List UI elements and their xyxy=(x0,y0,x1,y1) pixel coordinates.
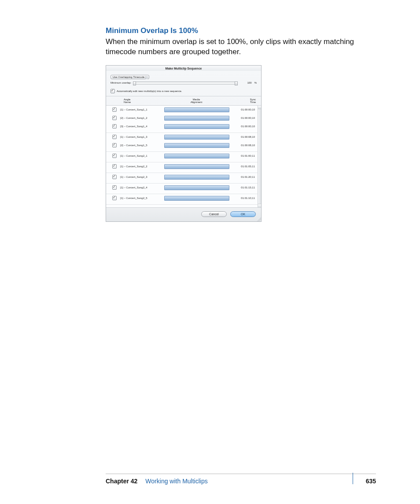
angle-name: [2] – Concert_Song1_2 xyxy=(120,117,161,119)
sync-time: 01:01:15;11 xyxy=(233,186,255,189)
row-checkbox[interactable] xyxy=(112,116,117,120)
sync-time: 01:01:10;11 xyxy=(233,197,255,199)
clip-group: [1] – Concert_Song2_401:01:15;11 xyxy=(106,184,261,194)
media-alignment-bar xyxy=(164,107,229,112)
row-checkbox[interactable] xyxy=(112,154,117,158)
page-footer: Chapter 42 Working with Multiclips 635 xyxy=(106,474,376,485)
table-row[interactable]: [1] – Concert_Song1_301:00:08;10 xyxy=(106,133,261,141)
angle-name: [2] – Concert_Song1_5 xyxy=(120,144,161,147)
row-checkbox[interactable] xyxy=(112,135,117,139)
angle-name: [1] – Concert_Song2_3 xyxy=(120,176,161,178)
overlap-value[interactable]: 100 xyxy=(239,81,253,84)
angle-name: [1] – Concert_Song1_3 xyxy=(120,136,161,138)
media-alignment-bar xyxy=(164,154,229,158)
footer-divider xyxy=(353,473,353,484)
table-row[interactable]: [1] – Concert_Song2_301:01:20;11 xyxy=(106,173,261,181)
angle-name: [1] – Concert_Song2_5 xyxy=(120,197,161,199)
sync-time: 01:01:00;11 xyxy=(233,155,255,157)
table-row[interactable]: [1] – Concert_Song2_401:01:15;11 xyxy=(106,184,261,192)
list-header: Angle Name Media Alignment Sync Time xyxy=(106,96,261,105)
col-sync-l2: Time xyxy=(234,101,256,103)
table-row[interactable]: [1] – Concert_Song2_501:01:10;11 xyxy=(106,194,261,202)
overlap-label: Minimum overlap: xyxy=(111,81,131,84)
page-number: 635 xyxy=(366,478,376,485)
angle-name: [1] – Concert_Song2_2 xyxy=(120,165,161,168)
sync-time: 01:01:20;11 xyxy=(233,176,255,178)
row-checkbox[interactable] xyxy=(112,143,117,147)
sync-time: 01:00:00;10 xyxy=(233,108,255,111)
media-alignment-bar xyxy=(164,185,229,190)
chapter-label: Chapter 42 xyxy=(106,478,137,485)
clip-group: [1] – Concert_Song2_301:01:20;11 xyxy=(106,173,261,184)
auto-edit-checkbox[interactable] xyxy=(111,89,115,93)
angle-name: [1] – Concert_Song1_1 xyxy=(120,108,161,111)
table-row[interactable]: [1] – Concert_Song2_201:01:05;11 xyxy=(106,162,261,171)
clip-group: [1] – Concert_Song2_101:01:00;11 xyxy=(106,152,261,162)
auto-edit-label: Automatically edit new multiclip(s) into… xyxy=(117,90,182,92)
col-angle-l2: Name xyxy=(124,101,172,103)
resize-grip-icon[interactable] xyxy=(257,217,261,221)
clip-group: [1] – Concert_Song2_201:01:05;11 xyxy=(106,162,261,173)
media-alignment-bar xyxy=(164,124,229,129)
sync-time: 01:00:00;10 xyxy=(233,125,255,128)
ok-button[interactable]: OK xyxy=(230,211,256,217)
angle-name: [1] – Concert_Song2_4 xyxy=(120,186,161,189)
row-checkbox[interactable] xyxy=(112,185,117,190)
sync-time: 01:01:05;11 xyxy=(233,165,255,168)
clip-list[interactable]: [1] – Concert_Song1_101:00:00;10[2] – Co… xyxy=(106,105,261,208)
chapter-title: Working with Multiclips xyxy=(145,478,207,485)
dialog-button-bar: Cancel OK xyxy=(106,208,261,221)
media-alignment-bar xyxy=(164,135,229,140)
sync-mode-popup[interactable]: Use Overlapping Timecode xyxy=(111,75,149,79)
media-alignment-bar xyxy=(164,164,229,169)
media-alignment-bar xyxy=(164,175,229,180)
table-row[interactable]: [1] – Concert_Song1_101:00:00;10 xyxy=(106,106,261,114)
dialog-title: Make Multiclip Sequence xyxy=(106,66,261,71)
angle-name: [3] – Concert_Song1_4 xyxy=(120,125,161,128)
sync-time: 01:00:08;10 xyxy=(233,136,255,138)
angle-name: [1] – Concert_Song2_1 xyxy=(120,155,161,157)
row-checkbox[interactable] xyxy=(112,124,117,129)
table-row[interactable]: [2] – Concert_Song1_501:00:08;10 xyxy=(106,141,261,150)
vertical-scrollbar[interactable] xyxy=(258,106,261,207)
cancel-button[interactable]: Cancel xyxy=(201,211,227,217)
clip-group: [1] – Concert_Song2_501:01:10;11 xyxy=(106,194,261,205)
media-alignment-bar xyxy=(164,196,229,201)
make-multiclip-dialog: Make Multiclip Sequence Use Overlapping … xyxy=(106,65,262,222)
row-checkbox[interactable] xyxy=(112,164,117,169)
section-heading: Minimum Overlap Is 100% xyxy=(106,26,376,35)
row-checkbox[interactable] xyxy=(112,107,117,112)
col-media-l2: Alignment xyxy=(172,101,221,103)
clip-group: [1] – Concert_Song1_301:00:08;10[2] – Co… xyxy=(106,133,261,152)
sync-time: 01:00:08;10 xyxy=(233,144,255,147)
sync-time: 01:00:00;10 xyxy=(233,117,255,119)
row-checkbox[interactable] xyxy=(112,196,117,200)
row-checkbox[interactable] xyxy=(112,175,117,179)
table-row[interactable]: [3] – Concert_Song1_401:00:00;10 xyxy=(106,122,261,131)
media-alignment-bar xyxy=(164,116,229,121)
overlap-unit: % xyxy=(254,81,257,84)
overlap-slider[interactable] xyxy=(133,81,237,85)
table-row[interactable]: [1] – Concert_Song2_101:01:00;11 xyxy=(106,152,261,160)
table-row[interactable]: [2] – Concert_Song1_201:00:00;10 xyxy=(106,114,261,122)
body-paragraph: When the minimum overlap is set to 100%,… xyxy=(106,37,376,57)
media-alignment-bar xyxy=(164,143,229,148)
dialog-top-controls: Use Overlapping Timecode Minimum overlap… xyxy=(106,71,261,96)
clip-group: [1] – Concert_Song1_101:00:00;10[2] – Co… xyxy=(106,106,261,133)
